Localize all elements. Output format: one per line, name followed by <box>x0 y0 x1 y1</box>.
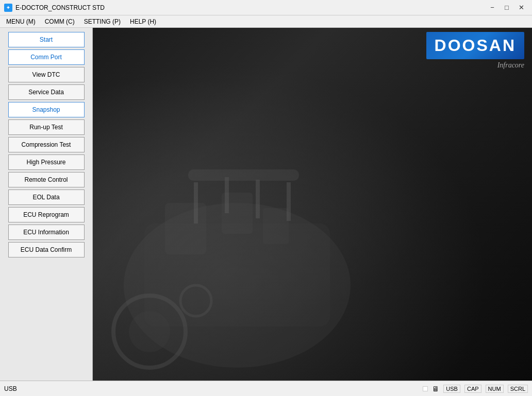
status-item-scrl-status: SCRL <box>508 385 528 393</box>
menu-item-setting[interactable]: SETTING (P) <box>80 17 125 26</box>
brand-name: DOOSAN <box>435 36 516 55</box>
menu-item-menu[interactable]: MENU (M) <box>2 17 40 26</box>
minimize-button[interactable]: − <box>486 3 499 13</box>
app-icon: ✦ <box>4 4 12 12</box>
sidebar-btn-ecu-reprogram[interactable]: ECU Reprogram <box>8 207 85 222</box>
window-controls: − □ ✕ <box>486 3 528 13</box>
sidebar-btn-view-dtc[interactable]: View DTC <box>8 67 85 82</box>
status-usb-label: USB <box>4 385 17 392</box>
menu-item-help[interactable]: HELP (H) <box>126 17 160 26</box>
svg-rect-4 <box>263 208 289 244</box>
sidebar-btn-comm-port[interactable]: Comm Port <box>8 49 85 65</box>
status-right: 🖥USBCAPNUMSCRL <box>423 385 528 393</box>
engine-illustration <box>93 28 532 381</box>
background-image: DOOSAN Infracore <box>93 28 532 381</box>
status-indicator-white <box>423 386 428 391</box>
sidebar-btn-start[interactable]: Start <box>8 32 85 47</box>
close-button[interactable]: ✕ <box>514 3 528 13</box>
svg-rect-12 <box>188 169 299 181</box>
logo-container: DOOSAN Infracore <box>426 32 524 70</box>
computer-icon: 🖥 <box>432 385 439 393</box>
sidebar: StartComm PortView DTCService DataSnapsh… <box>0 28 93 381</box>
sidebar-btn-ecu-information[interactable]: ECU Information <box>8 225 85 240</box>
sidebar-btn-run-up-test[interactable]: Run-up Test <box>8 119 85 135</box>
sidebar-btn-compression-test[interactable]: Compression Test <box>8 137 85 152</box>
logo-badge: DOOSAN <box>426 32 524 59</box>
sidebar-btn-ecu-data-confirm[interactable]: ECU Data Confirm <box>8 242 85 257</box>
title-bar: ✦ E-DOCTOR_CONSTRUCT STD − □ ✕ <box>0 0 532 15</box>
main-container: StartComm PortView DTCService DataSnapsh… <box>0 28 532 381</box>
menu-item-comm[interactable]: COMM (C) <box>41 17 79 26</box>
status-item-usb-status: USB <box>443 385 460 393</box>
svg-rect-2 <box>165 203 206 254</box>
status-item-num-status: NUM <box>486 385 504 393</box>
menu-bar: MENU (M)COMM (C)SETTING (P)HELP (H) <box>0 15 532 28</box>
maximize-button[interactable]: □ <box>500 3 513 13</box>
svg-point-6 <box>129 311 170 352</box>
sidebar-btn-remote-control[interactable]: Remote Control <box>8 172 85 187</box>
app-title: E-DOCTOR_CONSTRUCT STD <box>15 4 105 11</box>
content-area: DOOSAN Infracore <box>93 28 532 381</box>
status-item-cap-status: CAP <box>464 385 481 393</box>
sidebar-btn-service-data[interactable]: Service Data <box>8 84 85 100</box>
title-bar-left: ✦ E-DOCTOR_CONSTRUCT STD <box>4 4 105 12</box>
brand-sub: Infracore <box>497 61 524 70</box>
sidebar-btn-high-pressure[interactable]: High Pressure <box>8 154 85 170</box>
sidebar-btn-snapshop[interactable]: Snapshop <box>8 102 85 117</box>
sidebar-btn-eol-data[interactable]: EOL Data <box>8 190 85 205</box>
status-bar: USB 🖥USBCAPNUMSCRL <box>0 381 532 396</box>
